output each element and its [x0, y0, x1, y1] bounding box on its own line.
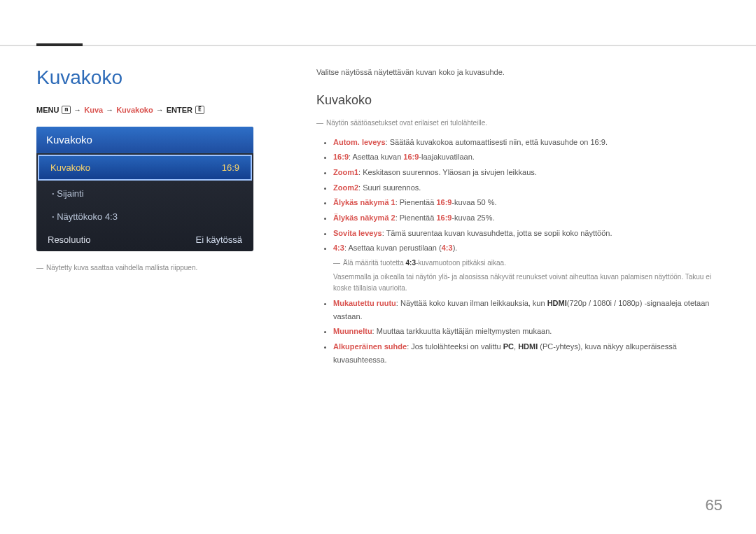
- row-label: Sijainti: [52, 188, 84, 199]
- intro-text: Valitse näytössä näytettävän kuvan koko …: [316, 66, 720, 79]
- row-label: Kuvakoko: [50, 162, 90, 173]
- page-number: 65: [706, 496, 722, 514]
- path-seg-kuva: Kuva: [84, 106, 103, 114]
- arrow-icon: →: [74, 106, 81, 114]
- row-label: Resoluutio: [48, 234, 90, 245]
- path-seg-kuvakoko: Kuvakoko: [116, 106, 153, 114]
- top-accent: [36, 43, 83, 46]
- list-item: Älykäs näkymä 2: Pienentää 16:9-kuvaa 25…: [333, 211, 720, 225]
- page-content: Kuvakoko MENU m → Kuva → Kuvakoko → ENTE…: [36, 66, 720, 369]
- list-item: Zoom1: Keskitason suurennos. Yläosan ja …: [333, 166, 720, 179]
- list-item: Mukautettu ruutu: Näyttää koko kuvan ilm…: [333, 297, 720, 323]
- section-title: Kuvakoko: [316, 93, 720, 108]
- list-item: Alkuperäinen suhde: Jos tulolähteeksi on…: [333, 340, 720, 366]
- right-column: Valitse näytössä näytettävän kuvan koko …: [316, 66, 720, 369]
- enter-icon: E: [195, 106, 204, 114]
- menu-icon: m: [62, 106, 71, 114]
- list-item: Muunneltu: Muuttaa tarkkuutta käyttäjän …: [333, 325, 720, 338]
- sub-note: ―Älä määritä tuotetta 4:3-kuvamuotoon pi…: [333, 258, 720, 269]
- list-item: Zoom2: Suuri suurennos.: [333, 181, 720, 195]
- left-column: Kuvakoko MENU m → Kuva → Kuvakoko → ENTE…: [36, 66, 253, 369]
- panel-header: Kuvakoko: [36, 127, 253, 153]
- arrow-icon: →: [106, 106, 113, 114]
- menu-path: MENU m → Kuva → Kuvakoko → ENTER E: [36, 106, 253, 114]
- list-item: Älykäs näkymä 1: Pienentää 16:9-kuvaa 50…: [333, 196, 720, 209]
- page-title: Kuvakoko: [36, 66, 253, 89]
- list-item: 16:9: Asettaa kuvan 16:9-laajakuvatilaan…: [333, 150, 720, 164]
- panel-row-resoluutio[interactable]: Resoluutio Ei käytössä: [36, 228, 253, 251]
- list-item: 4:3: Asettaa kuvan perustilaan (4:3).―Äl…: [333, 241, 720, 294]
- list-item: Sovita leveys: Tämä suurentaa kuvan kuva…: [333, 227, 720, 240]
- row-value: Ei käytössä: [196, 234, 242, 245]
- panel-row-sijainti[interactable]: Sijainti: [36, 182, 253, 205]
- bullet-list: Autom. leveys: Säätää kuvakokoa automaat…: [316, 136, 720, 367]
- list-item: Autom. leveys: Säätää kuvakokoa automaat…: [333, 136, 720, 149]
- top-divider: [0, 45, 756, 46]
- panel-row-kuvakoko[interactable]: Kuvakoko 16:9: [38, 155, 252, 181]
- sub-note: Vasemmalla ja oikealla tai näytön ylä- j…: [333, 272, 720, 294]
- left-footnote: Näytetty kuva saattaa vaihdella mallista…: [36, 262, 253, 274]
- settings-panel: Kuvakoko Kuvakoko 16:9 Sijainti Näyttöko…: [36, 127, 253, 251]
- path-enter: ENTER: [167, 106, 192, 114]
- row-value: 16:9: [222, 162, 239, 173]
- menu-prefix: MENU: [36, 106, 59, 114]
- panel-row-nayttokoko[interactable]: Näyttökoko 4:3: [36, 205, 253, 228]
- arrow-icon: →: [156, 106, 164, 114]
- row-label: Näyttökoko 4:3: [52, 211, 118, 222]
- top-note: Näytön säätöasetukset ovat erilaiset eri…: [316, 118, 720, 129]
